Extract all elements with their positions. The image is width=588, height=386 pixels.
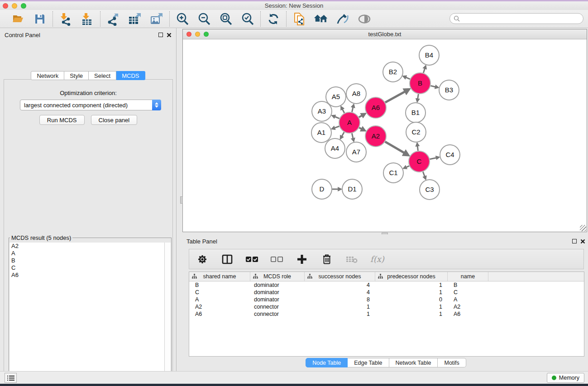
select-all-checkboxes-icon[interactable] [246, 253, 258, 266]
tab-network[interactable]: Network [31, 71, 64, 80]
column-header-MCDS-role[interactable]: MCDS role [250, 272, 305, 281]
splitter-handle-vertical[interactable] [180, 196, 183, 204]
svg-text:B3: B3 [445, 86, 453, 94]
import-table-icon[interactable] [80, 12, 95, 26]
mcds-result-item[interactable]: A6 [10, 272, 164, 279]
mcds-result-item[interactable]: C [10, 264, 164, 272]
cell-predecessor-nodes: 1 [375, 311, 448, 317]
column-header-name[interactable]: name [448, 272, 488, 281]
node-B2[interactable]: B2 [383, 62, 403, 82]
node-C[interactable]: C [409, 151, 430, 172]
float-panel-icon[interactable] [158, 33, 163, 37]
node-A1[interactable]: A1 [311, 123, 331, 143]
float-table-panel-icon[interactable] [572, 239, 577, 243]
edge-B-B1 [418, 94, 419, 99]
tab-style[interactable]: Style [64, 71, 89, 80]
node-A7[interactable]: A7 [346, 142, 366, 162]
column-header-shared-name[interactable]: shared name [189, 272, 250, 281]
add-column-icon[interactable] [296, 253, 308, 266]
table-row[interactable]: Cdominator41C [189, 289, 584, 296]
node-B[interactable]: B [410, 73, 430, 94]
mcds-result-item[interactable]: A2 [10, 243, 164, 250]
node-A3[interactable]: A3 [312, 101, 332, 121]
cell-MCDS-role: connector [250, 311, 305, 317]
tab-select[interactable]: Select [89, 71, 116, 80]
table-row[interactable]: Adominator80A [189, 296, 584, 303]
column-header-predecessor-nodes[interactable]: predecessor nodes [375, 272, 448, 281]
style-brush-icon[interactable] [335, 12, 350, 26]
deselect-all-checkboxes-icon[interactable] [271, 253, 283, 266]
zoom-out-icon[interactable] [197, 12, 211, 26]
clone-network-icon[interactable] [292, 12, 306, 26]
node-C3[interactable]: C3 [420, 180, 440, 200]
result-scrollbar[interactable] [165, 243, 171, 386]
node-A8[interactable]: A8 [346, 84, 366, 104]
close-panel-icon[interactable] [167, 33, 172, 38]
node-A[interactable]: A [339, 112, 360, 133]
node-C2[interactable]: C2 [406, 122, 426, 142]
search-field-wrap [449, 13, 583, 24]
cell-predecessor-nodes: 1 [375, 282, 448, 288]
tab-edge-table[interactable]: Edge Table [348, 358, 389, 367]
node-A4[interactable]: A4 [325, 138, 345, 158]
show-column-panel-icon[interactable] [221, 253, 234, 266]
open-session-icon[interactable] [11, 12, 25, 26]
mcds-result-item[interactable]: A [10, 250, 164, 257]
node-D1[interactable]: D1 [342, 179, 362, 199]
zoom-selected-icon[interactable] [240, 12, 255, 26]
zoom-in-icon[interactable] [175, 12, 190, 26]
run-mcds-button[interactable]: Run MCDS [39, 115, 85, 125]
node-B4[interactable]: B4 [419, 45, 439, 65]
task-history-button[interactable] [5, 373, 17, 383]
network-graph: B4B2BB3A8A5A6A3B1AA1C2A2A4A7C4CC1C3DD1 [183, 39, 587, 232]
node-C4[interactable]: C4 [440, 145, 460, 165]
close-panel-button[interactable]: Close panel [91, 115, 138, 125]
function-builder-icon: f(x) [370, 254, 384, 264]
export-table-icon[interactable] [128, 12, 142, 26]
node-A2[interactable]: A2 [365, 126, 386, 147]
home-icon[interactable] [314, 12, 328, 26]
table-row[interactable]: A2connector11A2 [189, 303, 584, 310]
search-input[interactable] [449, 13, 583, 24]
node-D[interactable]: D [312, 179, 332, 199]
zoom-fit-icon[interactable] [219, 12, 233, 26]
memory-button[interactable]: Memory [547, 373, 584, 383]
criterion-dropdown[interactable]: largest connected component (directed) [20, 100, 161, 110]
network-window-titlebar[interactable]: testGlobe.txt [183, 29, 587, 39]
delete-table-icon [345, 253, 358, 266]
cell-predecessor-nodes: 1 [375, 304, 448, 310]
network-canvas[interactable]: B4B2BB3A8A5A6A3B1AA1C2A2A4A7C4CC1C3DD1 [183, 39, 587, 232]
save-session-icon[interactable] [33, 12, 47, 26]
refresh-icon[interactable] [266, 12, 281, 26]
column-header-successor-nodes[interactable]: successor nodes [305, 272, 375, 281]
node-C1[interactable]: C1 [383, 163, 403, 183]
node-A6[interactable]: A6 [365, 97, 386, 118]
tab-mcds[interactable]: MCDS [116, 71, 145, 80]
optimization-label: Optimization criterion: [4, 90, 172, 96]
table-row[interactable]: A6connector11A6 [189, 310, 584, 318]
export-network-icon[interactable] [106, 12, 120, 26]
import-network-icon[interactable] [58, 12, 73, 26]
export-image-icon[interactable] [149, 12, 164, 26]
svg-text:A: A [347, 119, 352, 126]
cell-MCDS-role: connector [250, 304, 305, 310]
table-row[interactable]: Bdominator41B [189, 281, 584, 289]
cell-name: A [448, 296, 488, 303]
delete-column-trash-icon[interactable] [320, 253, 333, 266]
tab-network-table[interactable]: Network Table [389, 358, 438, 367]
svg-text:A6: A6 [372, 104, 380, 111]
edge-A-A4 [342, 132, 344, 136]
mcds-result-item[interactable]: B [10, 257, 164, 264]
node-B1[interactable]: B1 [406, 103, 425, 123]
svg-text:C1: C1 [389, 169, 397, 176]
table-settings-gear-icon[interactable] [196, 253, 209, 266]
resize-grip[interactable] [580, 225, 586, 231]
cell-name: A2 [448, 304, 488, 310]
tab-motifs[interactable]: Motifs [438, 358, 466, 367]
node-B3[interactable]: B3 [439, 80, 459, 100]
cell-shared-name: B [189, 282, 250, 288]
mcds-result-list[interactable]: A2ABCA6 [10, 243, 165, 386]
close-table-panel-icon[interactable] [580, 239, 585, 244]
tab-node-table[interactable]: Node Table [306, 358, 348, 367]
cell-successor-nodes: 8 [305, 296, 375, 303]
